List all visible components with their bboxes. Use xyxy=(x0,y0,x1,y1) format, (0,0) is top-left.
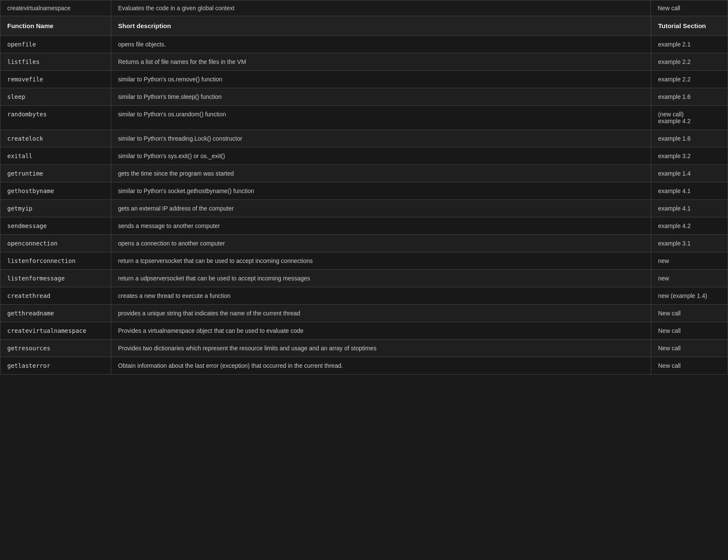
cell-tutorial: new (example 1.4) xyxy=(651,287,728,305)
cell-tutorial: (new call)example 4.2 xyxy=(651,106,728,130)
cell-description: return a tcpserversocket that can be use… xyxy=(111,252,651,270)
table-row: createvirtualnamespaceProvides a virtual… xyxy=(0,322,728,340)
cell-function-name: getlasterror xyxy=(0,357,111,375)
table-row: getresourcesProvides two dictionaries wh… xyxy=(0,340,728,357)
table-row: sleepsimilar to Python's time.sleep() fu… xyxy=(0,88,728,106)
cell-description: opens a connection to another computer xyxy=(111,235,651,252)
cell-description: Provides a virtualnamespace object that … xyxy=(111,322,651,340)
cell-function-name: getmyip xyxy=(0,200,111,217)
cell-tutorial: example 4.1 xyxy=(651,182,728,200)
cell-tutorial: example 1.4 xyxy=(651,165,728,182)
cell-description: creates a new thread to execute a functi… xyxy=(111,287,651,305)
cell-tutorial: example 1.6 xyxy=(651,130,728,147)
cell-description: similar to Python's socket.gethostbyname… xyxy=(111,182,651,200)
table-row: openconnectionopens a connection to anot… xyxy=(0,235,728,252)
cell-function-name: listenforconnection xyxy=(0,252,111,270)
top-cell-description: Evaluates the code in a given global con… xyxy=(111,0,651,16)
cell-description: return a udpserversocket that can be use… xyxy=(111,270,651,287)
table-row: getmyipgets an external IP address of th… xyxy=(0,200,728,217)
cell-function-name: getthreadname xyxy=(0,305,111,322)
table-row: exitallsimilar to Python's sys.exit() or… xyxy=(0,147,728,165)
cell-function-name: openconnection xyxy=(0,235,111,252)
cell-function-name: exitall xyxy=(0,147,111,165)
table-header-row: Function Name Short description Tutorial… xyxy=(0,16,728,36)
cell-tutorial: example 2.1 xyxy=(651,36,728,53)
cell-description: similar to Python's sys.exit() or os._ex… xyxy=(111,147,651,165)
cell-function-name: getruntime xyxy=(0,165,111,182)
cell-description: similar to Python's threading.Lock() con… xyxy=(111,130,651,147)
cell-tutorial: New call xyxy=(651,357,728,375)
cell-function-name: createvirtualnamespace xyxy=(0,322,111,340)
table-row: getlasterrorObtain information about the… xyxy=(0,357,728,375)
cell-function-name: sendmessage xyxy=(0,217,111,235)
cell-description: Provides two dictionaries which represen… xyxy=(111,340,651,357)
cell-function-name: gethostbyname xyxy=(0,182,111,200)
top-row: createvirtualnamespace Evaluates the cod… xyxy=(0,0,728,16)
table-row: listenforconnectionreturn a tcpserversoc… xyxy=(0,252,728,270)
cell-description: similar to Python's os.remove() function xyxy=(111,71,651,88)
cell-tutorial: new xyxy=(651,252,728,270)
cell-description: Returns a list of file names for the fil… xyxy=(111,53,651,71)
cell-description: Obtain information about the last error … xyxy=(111,357,651,375)
cell-tutorial: example 2.2 xyxy=(651,71,728,88)
cell-function-name: randombytes xyxy=(0,106,111,130)
top-cell-tutorial: New call xyxy=(651,0,728,16)
cell-tutorial: New call xyxy=(651,322,728,340)
cell-description: provides a unique string that indicates … xyxy=(111,305,651,322)
cell-tutorial: example 3.1 xyxy=(651,235,728,252)
table-body: openfileopens file objects.example 2.1li… xyxy=(0,36,728,375)
cell-tutorial: example 4.1 xyxy=(651,200,728,217)
header-function-name: Function Name xyxy=(0,16,111,36)
header-tutorial-section: Tutorial Section xyxy=(651,16,728,36)
cell-function-name: createlock xyxy=(0,130,111,147)
cell-tutorial: new xyxy=(651,270,728,287)
cell-description: similar to Python's os.urandom() functio… xyxy=(111,106,651,130)
cell-tutorial: example 2.2 xyxy=(651,53,728,71)
table-row: randombytessimilar to Python's os.urando… xyxy=(0,106,728,130)
table-row: getruntimegets the time since the progra… xyxy=(0,165,728,182)
table-row: getthreadnameprovides a unique string th… xyxy=(0,305,728,322)
table-row: createthreadcreates a new thread to exec… xyxy=(0,287,728,305)
functions-table: Function Name Short description Tutorial… xyxy=(0,16,728,375)
table-row: listfilesReturns a list of file names fo… xyxy=(0,53,728,71)
table-row: openfileopens file objects.example 2.1 xyxy=(0,36,728,53)
table-row: createlocksimilar to Python's threading.… xyxy=(0,130,728,147)
cell-function-name: sleep xyxy=(0,88,111,106)
table-row: removefilesimilar to Python's os.remove(… xyxy=(0,71,728,88)
cell-tutorial: example 1.6 xyxy=(651,88,728,106)
cell-description: opens file objects. xyxy=(111,36,651,53)
top-cell-name: createvirtualnamespace xyxy=(0,0,111,16)
cell-function-name: removefile xyxy=(0,71,111,88)
cell-tutorial: example 3.2 xyxy=(651,147,728,165)
cell-tutorial: example 4.2 xyxy=(651,217,728,235)
cell-description: sends a message to another computer xyxy=(111,217,651,235)
cell-tutorial: New call xyxy=(651,340,728,357)
cell-description: similar to Python's time.sleep() functio… xyxy=(111,88,651,106)
header-short-description: Short description xyxy=(111,16,651,36)
cell-function-name: openfile xyxy=(0,36,111,53)
cell-function-name: createthread xyxy=(0,287,111,305)
cell-description: gets an external IP address of the compu… xyxy=(111,200,651,217)
cell-function-name: listfiles xyxy=(0,53,111,71)
cell-function-name: getresources xyxy=(0,340,111,357)
cell-description: gets the time since the program was star… xyxy=(111,165,651,182)
table-row: sendmessagesends a message to another co… xyxy=(0,217,728,235)
cell-function-name: listenformessage xyxy=(0,270,111,287)
table-row: gethostbynamesimilar to Python's socket.… xyxy=(0,182,728,200)
table-row: listenformessagereturn a udpserversocket… xyxy=(0,270,728,287)
cell-tutorial: New call xyxy=(651,305,728,322)
